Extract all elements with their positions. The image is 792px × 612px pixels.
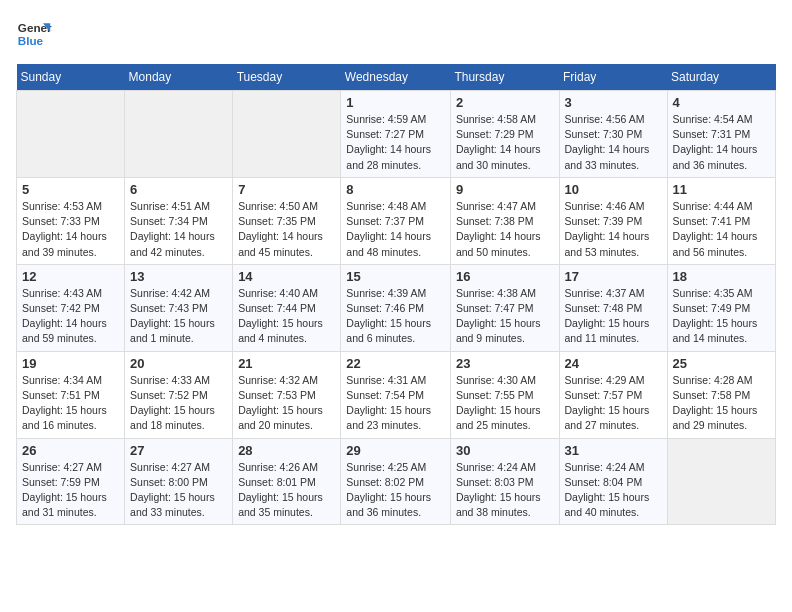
calendar-week-row: 19Sunrise: 4:34 AM Sunset: 7:51 PM Dayli… [17, 351, 776, 438]
calendar-cell: 31Sunrise: 4:24 AM Sunset: 8:04 PM Dayli… [559, 438, 667, 525]
day-number: 20 [130, 356, 227, 371]
calendar-week-row: 1Sunrise: 4:59 AM Sunset: 7:27 PM Daylig… [17, 91, 776, 178]
day-info: Sunrise: 4:43 AM Sunset: 7:42 PM Dayligh… [22, 286, 119, 347]
weekday-header: Tuesday [233, 64, 341, 91]
day-number: 23 [456, 356, 554, 371]
day-number: 22 [346, 356, 445, 371]
calendar-cell [17, 91, 125, 178]
day-info: Sunrise: 4:44 AM Sunset: 7:41 PM Dayligh… [673, 199, 770, 260]
day-number: 2 [456, 95, 554, 110]
day-number: 24 [565, 356, 662, 371]
calendar-week-row: 5Sunrise: 4:53 AM Sunset: 7:33 PM Daylig… [17, 177, 776, 264]
day-info: Sunrise: 4:26 AM Sunset: 8:01 PM Dayligh… [238, 460, 335, 521]
calendar-cell: 22Sunrise: 4:31 AM Sunset: 7:54 PM Dayli… [341, 351, 451, 438]
day-info: Sunrise: 4:47 AM Sunset: 7:38 PM Dayligh… [456, 199, 554, 260]
day-info: Sunrise: 4:38 AM Sunset: 7:47 PM Dayligh… [456, 286, 554, 347]
day-number: 25 [673, 356, 770, 371]
calendar-cell: 5Sunrise: 4:53 AM Sunset: 7:33 PM Daylig… [17, 177, 125, 264]
weekday-header: Monday [125, 64, 233, 91]
calendar-cell: 3Sunrise: 4:56 AM Sunset: 7:30 PM Daylig… [559, 91, 667, 178]
day-number: 6 [130, 182, 227, 197]
day-info: Sunrise: 4:24 AM Sunset: 8:04 PM Dayligh… [565, 460, 662, 521]
calendar-week-row: 12Sunrise: 4:43 AM Sunset: 7:42 PM Dayli… [17, 264, 776, 351]
day-info: Sunrise: 4:34 AM Sunset: 7:51 PM Dayligh… [22, 373, 119, 434]
day-number: 14 [238, 269, 335, 284]
calendar-cell [667, 438, 775, 525]
calendar-cell: 9Sunrise: 4:47 AM Sunset: 7:38 PM Daylig… [450, 177, 559, 264]
weekday-header: Saturday [667, 64, 775, 91]
day-number: 17 [565, 269, 662, 284]
day-number: 15 [346, 269, 445, 284]
calendar-cell: 28Sunrise: 4:26 AM Sunset: 8:01 PM Dayli… [233, 438, 341, 525]
day-info: Sunrise: 4:33 AM Sunset: 7:52 PM Dayligh… [130, 373, 227, 434]
day-info: Sunrise: 4:24 AM Sunset: 8:03 PM Dayligh… [456, 460, 554, 521]
day-number: 26 [22, 443, 119, 458]
day-info: Sunrise: 4:48 AM Sunset: 7:37 PM Dayligh… [346, 199, 445, 260]
day-number: 27 [130, 443, 227, 458]
day-number: 7 [238, 182, 335, 197]
calendar-cell: 27Sunrise: 4:27 AM Sunset: 8:00 PM Dayli… [125, 438, 233, 525]
day-number: 10 [565, 182, 662, 197]
day-info: Sunrise: 4:59 AM Sunset: 7:27 PM Dayligh… [346, 112, 445, 173]
weekday-header: Wednesday [341, 64, 451, 91]
day-number: 28 [238, 443, 335, 458]
calendar-cell: 13Sunrise: 4:42 AM Sunset: 7:43 PM Dayli… [125, 264, 233, 351]
weekday-header: Friday [559, 64, 667, 91]
day-number: 13 [130, 269, 227, 284]
weekday-header-row: SundayMondayTuesdayWednesdayThursdayFrid… [17, 64, 776, 91]
weekday-header: Thursday [450, 64, 559, 91]
day-number: 9 [456, 182, 554, 197]
logo: General Blue [16, 16, 52, 52]
calendar-cell: 8Sunrise: 4:48 AM Sunset: 7:37 PM Daylig… [341, 177, 451, 264]
calendar-cell: 7Sunrise: 4:50 AM Sunset: 7:35 PM Daylig… [233, 177, 341, 264]
calendar-cell: 19Sunrise: 4:34 AM Sunset: 7:51 PM Dayli… [17, 351, 125, 438]
calendar-cell: 2Sunrise: 4:58 AM Sunset: 7:29 PM Daylig… [450, 91, 559, 178]
day-info: Sunrise: 4:27 AM Sunset: 7:59 PM Dayligh… [22, 460, 119, 521]
calendar-week-row: 26Sunrise: 4:27 AM Sunset: 7:59 PM Dayli… [17, 438, 776, 525]
calendar-cell: 26Sunrise: 4:27 AM Sunset: 7:59 PM Dayli… [17, 438, 125, 525]
day-info: Sunrise: 4:39 AM Sunset: 7:46 PM Dayligh… [346, 286, 445, 347]
calendar-cell: 10Sunrise: 4:46 AM Sunset: 7:39 PM Dayli… [559, 177, 667, 264]
day-number: 18 [673, 269, 770, 284]
calendar-cell: 6Sunrise: 4:51 AM Sunset: 7:34 PM Daylig… [125, 177, 233, 264]
day-number: 30 [456, 443, 554, 458]
day-info: Sunrise: 4:40 AM Sunset: 7:44 PM Dayligh… [238, 286, 335, 347]
calendar-cell: 12Sunrise: 4:43 AM Sunset: 7:42 PM Dayli… [17, 264, 125, 351]
day-info: Sunrise: 4:29 AM Sunset: 7:57 PM Dayligh… [565, 373, 662, 434]
day-info: Sunrise: 4:51 AM Sunset: 7:34 PM Dayligh… [130, 199, 227, 260]
day-number: 21 [238, 356, 335, 371]
day-info: Sunrise: 4:27 AM Sunset: 8:00 PM Dayligh… [130, 460, 227, 521]
calendar-cell: 15Sunrise: 4:39 AM Sunset: 7:46 PM Dayli… [341, 264, 451, 351]
calendar-cell: 16Sunrise: 4:38 AM Sunset: 7:47 PM Dayli… [450, 264, 559, 351]
calendar-cell: 20Sunrise: 4:33 AM Sunset: 7:52 PM Dayli… [125, 351, 233, 438]
calendar-cell: 30Sunrise: 4:24 AM Sunset: 8:03 PM Dayli… [450, 438, 559, 525]
calendar-cell [125, 91, 233, 178]
day-number: 16 [456, 269, 554, 284]
calendar-cell: 1Sunrise: 4:59 AM Sunset: 7:27 PM Daylig… [341, 91, 451, 178]
day-info: Sunrise: 4:31 AM Sunset: 7:54 PM Dayligh… [346, 373, 445, 434]
page-header: General Blue [16, 16, 776, 52]
day-info: Sunrise: 4:56 AM Sunset: 7:30 PM Dayligh… [565, 112, 662, 173]
day-info: Sunrise: 4:46 AM Sunset: 7:39 PM Dayligh… [565, 199, 662, 260]
day-number: 5 [22, 182, 119, 197]
day-info: Sunrise: 4:28 AM Sunset: 7:58 PM Dayligh… [673, 373, 770, 434]
day-number: 19 [22, 356, 119, 371]
day-number: 1 [346, 95, 445, 110]
calendar-cell: 29Sunrise: 4:25 AM Sunset: 8:02 PM Dayli… [341, 438, 451, 525]
calendar-cell: 21Sunrise: 4:32 AM Sunset: 7:53 PM Dayli… [233, 351, 341, 438]
calendar-cell: 14Sunrise: 4:40 AM Sunset: 7:44 PM Dayli… [233, 264, 341, 351]
day-info: Sunrise: 4:58 AM Sunset: 7:29 PM Dayligh… [456, 112, 554, 173]
day-number: 12 [22, 269, 119, 284]
day-number: 31 [565, 443, 662, 458]
day-info: Sunrise: 4:53 AM Sunset: 7:33 PM Dayligh… [22, 199, 119, 260]
day-info: Sunrise: 4:54 AM Sunset: 7:31 PM Dayligh… [673, 112, 770, 173]
calendar-cell: 23Sunrise: 4:30 AM Sunset: 7:55 PM Dayli… [450, 351, 559, 438]
calendar-cell [233, 91, 341, 178]
day-number: 4 [673, 95, 770, 110]
calendar-cell: 24Sunrise: 4:29 AM Sunset: 7:57 PM Dayli… [559, 351, 667, 438]
day-info: Sunrise: 4:32 AM Sunset: 7:53 PM Dayligh… [238, 373, 335, 434]
day-number: 3 [565, 95, 662, 110]
calendar-cell: 11Sunrise: 4:44 AM Sunset: 7:41 PM Dayli… [667, 177, 775, 264]
calendar-cell: 25Sunrise: 4:28 AM Sunset: 7:58 PM Dayli… [667, 351, 775, 438]
day-info: Sunrise: 4:35 AM Sunset: 7:49 PM Dayligh… [673, 286, 770, 347]
